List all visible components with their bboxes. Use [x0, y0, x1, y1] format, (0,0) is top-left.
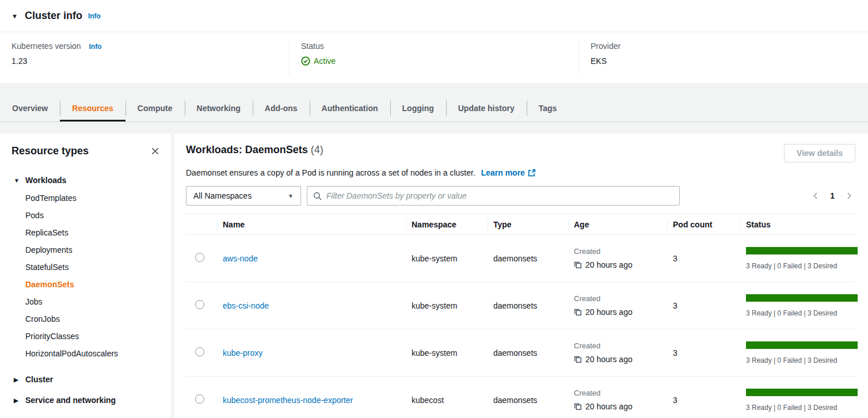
column-header-pod-count: Pod count [667, 214, 740, 235]
age-cell: Created 20 hours ago [568, 282, 667, 329]
sidebar-item-deployments[interactable]: Deployments [0, 241, 171, 259]
tree-group-cluster[interactable]: ▶ Cluster [0, 373, 171, 386]
provider-value: EKS [591, 56, 856, 66]
tree-group-workloads[interactable]: ▼ Workloads [0, 173, 171, 187]
provider-field: Provider EKS [578, 40, 868, 75]
status-bar [746, 247, 858, 254]
pod-count-cell: 3 [667, 329, 740, 377]
filter-input-container [307, 186, 680, 206]
sidebar-item-daemonsets[interactable]: DaemonSets [0, 276, 171, 293]
age-value: 20 hours ago [585, 355, 633, 364]
copy-icon [574, 261, 582, 269]
age-cell: Created 20 hours ago [568, 329, 667, 377]
chevron-down-icon: ▼ [14, 177, 25, 184]
item-count: (4) [311, 144, 323, 156]
kubernetes-version-field: Kubernetes version Info 1.23 [0, 40, 289, 75]
sidebar-item-priorityclasses[interactable]: PriorityClasses [0, 328, 171, 345]
row-radio-kubecost-prometheus-node-exporter[interactable] [195, 394, 204, 404]
tab-add-ons[interactable]: Add-ons [253, 96, 310, 121]
namespace-cell: kubecost [406, 377, 488, 418]
page-number[interactable]: 1 [830, 191, 835, 200]
column-header-namespace: Namespace [406, 214, 488, 235]
row-radio-aws-node[interactable] [195, 253, 204, 262]
resource-types-title: Resource types [12, 145, 89, 157]
namespace-cell: kube-system [406, 235, 488, 282]
cluster-info-link[interactable]: Info [88, 12, 101, 20]
row-radio-kube-proxy[interactable] [195, 347, 204, 356]
tree-group-workloads-label: Workloads [25, 176, 66, 185]
tab-update-history[interactable]: Update history [446, 96, 527, 121]
age-created-label: Created [574, 294, 661, 303]
tab-compute[interactable]: Compute [125, 96, 185, 121]
tab-logging[interactable]: Logging [390, 96, 446, 121]
column-header-name: Name [217, 214, 406, 235]
collapse-caret-icon[interactable]: ▼ [12, 13, 18, 20]
learn-more-label: Learn more [481, 168, 525, 177]
cluster-info-title: Cluster info [25, 10, 82, 22]
tree-group-service-networking-label: Service and networking [25, 396, 116, 405]
status-summary: 3 Ready | 0 Failed | 3 Desired [746, 309, 850, 317]
pod-count-cell: 3 [667, 282, 740, 329]
age-cell: Created 20 hours ago [568, 235, 667, 282]
tab-tags[interactable]: Tags [527, 96, 569, 121]
age-value: 20 hours ago [585, 402, 633, 411]
daemonsets-panel: Workloads: DaemonSets (4) View details D… [174, 134, 868, 418]
age-value: 20 hours ago [585, 260, 633, 269]
sidebar-item-jobs[interactable]: Jobs [0, 293, 171, 310]
status-bar [746, 294, 858, 302]
sidebar-item-replicasets[interactable]: ReplicaSets [0, 224, 171, 241]
tree-group-service-and-networking[interactable]: ▶ Service and networking [0, 393, 171, 407]
sidebar-item-pods[interactable]: Pods [0, 207, 171, 224]
status-bar [746, 341, 858, 349]
content-area: Resource types ▼ Workloads PodTemplates … [0, 134, 868, 418]
resource-types-panel: Resource types ▼ Workloads PodTemplates … [0, 134, 171, 418]
next-page-icon[interactable] [843, 189, 855, 202]
status-summary: 3 Ready | 0 Failed | 3 Desired [746, 356, 850, 364]
type-cell: daemonsets [488, 377, 568, 418]
sidebar-item-statefulsets[interactable]: StatefulSets [0, 259, 171, 276]
tab-overview[interactable]: Overview [0, 96, 60, 121]
page-title: Workloads: DaemonSets [186, 144, 308, 156]
status-value: Active [314, 56, 336, 66]
daemonsets-table: Name Namespace Type Age Pod count Status… [186, 214, 855, 418]
daemonset-link-ebs-csi-node[interactable]: ebs-csi-node [223, 301, 269, 310]
daemonset-link-kubecost-prometheus-node-exporter[interactable]: kubecost-prometheus-node-exporter [223, 396, 353, 405]
status-cell: 3 Ready | 0 Failed | 3 Desired [740, 235, 855, 282]
learn-more-link[interactable]: Learn more [481, 168, 536, 177]
kubernetes-version-info-link[interactable]: Info [89, 43, 102, 51]
age-created-label: Created [574, 247, 661, 256]
tab-resources[interactable]: Resources [60, 96, 125, 121]
resource-types-tree: ▼ Workloads PodTemplates Pods ReplicaSet… [0, 173, 171, 407]
status-cell: 3 Ready | 0 Failed | 3 Desired [740, 377, 855, 418]
age-created-label: Created [574, 341, 661, 350]
namespace-select[interactable]: All Namespaces ▼ [186, 186, 301, 206]
cluster-tabs: Overview Resources Compute Networking Ad… [0, 96, 868, 122]
daemonset-link-kube-proxy[interactable]: kube-proxy [223, 348, 262, 358]
status-cell: 3 Ready | 0 Failed | 3 Desired [740, 329, 855, 377]
sidebar-item-cronjobs[interactable]: CronJobs [0, 310, 171, 328]
chevron-right-icon: ▶ [14, 377, 25, 383]
daemonset-link-aws-node[interactable]: aws-node [223, 254, 258, 263]
status-summary: 3 Ready | 0 Failed | 3 Desired [746, 404, 850, 412]
table-row: ebs-csi-node kube-system daemonsets Crea… [186, 282, 855, 329]
row-radio-ebs-csi-node[interactable] [195, 300, 204, 309]
view-details-button[interactable]: View details [784, 144, 855, 162]
copy-icon [574, 402, 582, 411]
namespace-cell: kube-system [406, 282, 488, 329]
sidebar-item-podtemplates[interactable]: PodTemplates [0, 189, 171, 207]
previous-page-icon[interactable] [809, 189, 822, 202]
sidebar-item-horizontalpodautoscalers[interactable]: HorizontalPodAutoscalers [0, 345, 171, 362]
table-row: kubecost-prometheus-node-exporter kubeco… [186, 377, 855, 418]
tree-group-cluster-label: Cluster [25, 375, 53, 384]
filter-input[interactable] [326, 191, 673, 200]
chevron-right-icon: ▶ [14, 397, 25, 404]
tab-authentication[interactable]: Authentication [310, 96, 390, 121]
status-summary: 3 Ready | 0 Failed | 3 Desired [746, 262, 850, 270]
cluster-info-header: ▼ Cluster info Info [0, 0, 868, 32]
tab-networking[interactable]: Networking [185, 96, 253, 121]
status-label: Status [301, 41, 567, 51]
close-icon[interactable] [151, 147, 159, 155]
cluster-info-card: Kubernetes version Info 1.23 Status Acti… [0, 32, 868, 83]
select-all-column-header [186, 214, 217, 235]
status-field: Status Active [289, 40, 578, 75]
